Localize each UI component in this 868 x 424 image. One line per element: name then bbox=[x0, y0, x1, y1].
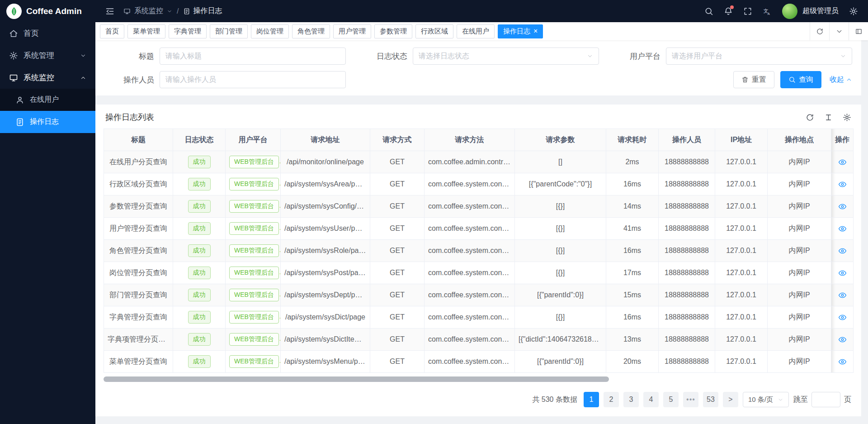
view-detail-icon[interactable] bbox=[838, 247, 847, 255]
filter-form: 标题 日志状态 请选择日志状态 用户平台 请选择用户平台 bbox=[104, 48, 852, 88]
table-row[interactable]: 部门管理分页查询 成功 WEB管理后台 /api/system/sysDept/… bbox=[104, 284, 854, 306]
table-header-cell[interactable]: 请求方法 bbox=[425, 129, 515, 151]
tabs-actions-dropdown[interactable] bbox=[829, 22, 849, 40]
tabs-refresh-button[interactable] bbox=[810, 22, 829, 40]
view-detail-icon[interactable] bbox=[838, 202, 847, 211]
sidebar-fold-icon[interactable] bbox=[105, 7, 114, 16]
sidebar-item-system-monitor[interactable]: 系统监控 bbox=[0, 67, 95, 89]
view-tab[interactable]: 操作日志 × bbox=[498, 24, 543, 38]
page-jump-input[interactable] bbox=[811, 392, 840, 407]
table-header-cell[interactable]: IP地址 bbox=[715, 129, 768, 151]
fullscreen-icon[interactable] bbox=[743, 7, 752, 16]
table-row[interactable]: 字典项管理分页查询 成功 WEB管理后台 /api/system/sysDict… bbox=[104, 329, 854, 351]
content-layout-button[interactable] bbox=[849, 22, 868, 40]
view-tab[interactable]: 用户管理 bbox=[333, 24, 371, 38]
page-button[interactable]: 53 bbox=[703, 392, 718, 407]
collapse-filter-link[interactable]: 收起 bbox=[830, 75, 852, 85]
table-row[interactable]: 行政区域分页查询 成功 WEB管理后台 /api/system/sysArea/… bbox=[104, 173, 854, 195]
cell-ip: 127.0.0.1 bbox=[715, 195, 768, 218]
table-header-cell[interactable]: 请求耗时 bbox=[606, 129, 659, 151]
reset-button[interactable]: 重置 bbox=[733, 71, 774, 88]
table-header-cell[interactable]: 操作地点 bbox=[768, 129, 831, 151]
home-icon bbox=[9, 29, 18, 38]
refresh-icon[interactable] bbox=[806, 113, 814, 122]
table-header-cell[interactable]: 操作人员 bbox=[659, 129, 715, 151]
column-settings-icon[interactable] bbox=[843, 113, 851, 122]
sidebar-item-home[interactable]: 首页 bbox=[0, 22, 95, 44]
table-header-cell[interactable]: 请求地址 bbox=[281, 129, 370, 151]
view-tab-label: 参数管理 bbox=[380, 27, 407, 36]
notification-dot bbox=[730, 5, 734, 9]
search-icon[interactable] bbox=[704, 7, 713, 16]
cell-location: 内网IP bbox=[768, 262, 831, 284]
view-tab[interactable]: 参数管理 bbox=[374, 24, 412, 38]
sidebar-item-system-mgmt[interactable]: 系统管理 bbox=[0, 44, 95, 67]
page-size-select[interactable]: 10 条/页 bbox=[743, 392, 789, 407]
view-tab[interactable]: 行政区域 bbox=[415, 24, 453, 38]
layout-icon bbox=[855, 28, 863, 35]
table-row[interactable]: 角色管理分页查询 成功 WEB管理后台 /api/system/sysRole/… bbox=[104, 240, 854, 262]
page-button[interactable]: 1 bbox=[584, 392, 599, 407]
view-detail-icon[interactable] bbox=[838, 313, 847, 322]
view-tab[interactable]: 首页 bbox=[100, 24, 124, 38]
view-detail-icon[interactable] bbox=[838, 180, 847, 189]
title-input[interactable] bbox=[160, 48, 346, 65]
translate-icon[interactable]: 文A bbox=[763, 7, 772, 16]
horizontal-scrollbar[interactable] bbox=[104, 376, 609, 382]
table-header-cell[interactable]: 标题 bbox=[104, 129, 173, 151]
view-tab[interactable]: 字典管理 bbox=[169, 24, 207, 38]
table-row[interactable]: 参数管理分页查询 成功 WEB管理后台 /api/system/sysConfi… bbox=[104, 195, 854, 218]
status-select[interactable]: 请选择日志状态 bbox=[413, 48, 599, 65]
page-button[interactable]: 5 bbox=[663, 392, 679, 407]
view-detail-icon[interactable] bbox=[838, 269, 847, 277]
table-row[interactable]: 用户管理分页查询 成功 WEB管理后台 /api/system/sysUser/… bbox=[104, 218, 854, 240]
page-button[interactable]: 3 bbox=[623, 392, 639, 407]
next-page-button[interactable]: > bbox=[723, 392, 738, 407]
table-row[interactable]: 在线用户分页查询 成功 WEB管理后台 /api/monitor/online/… bbox=[104, 151, 854, 173]
page-button[interactable]: ••• bbox=[683, 392, 698, 407]
view-detail-icon[interactable] bbox=[838, 291, 847, 300]
table-row[interactable]: 菜单管理分页查询 成功 WEB管理后台 /api/system/sysMenu/… bbox=[104, 351, 854, 373]
notifications-button[interactable] bbox=[724, 7, 733, 16]
cell-location: 内网IP bbox=[768, 173, 831, 195]
table-row[interactable]: 岗位管理分页查询 成功 WEB管理后台 /api/system/sysPost/… bbox=[104, 262, 854, 284]
page-button[interactable]: 4 bbox=[643, 392, 659, 407]
search-button[interactable]: 查询 bbox=[780, 71, 821, 88]
table-header-cell[interactable]: 日志状态 bbox=[173, 129, 226, 151]
table-header-cell[interactable]: 操作 bbox=[831, 129, 854, 151]
status-badge: 成功 bbox=[188, 222, 211, 235]
username[interactable]: 超级管理员 bbox=[802, 6, 839, 16]
operator-field-label: 操作人员 bbox=[104, 75, 154, 85]
view-tab[interactable]: 在线用户 bbox=[457, 24, 495, 38]
view-detail-icon[interactable] bbox=[838, 357, 847, 366]
view-detail-icon[interactable] bbox=[838, 335, 847, 344]
cell-params: [{"dictId":140647326180950... bbox=[515, 329, 606, 351]
table-row[interactable]: 字典管理分页查询 成功 WEB管理后台 /api/system/sysDict/… bbox=[104, 306, 854, 329]
view-tab[interactable]: 岗位管理 bbox=[251, 24, 289, 38]
tab-close-icon[interactable]: × bbox=[533, 28, 538, 35]
table-header-cell[interactable]: 请求参数 bbox=[515, 129, 606, 151]
cell-ip: 127.0.0.1 bbox=[715, 306, 768, 329]
sidebar-item-online-users[interactable]: 在线用户 bbox=[0, 89, 95, 111]
page-jump: 跳至 页 bbox=[793, 392, 851, 407]
row-height-icon[interactable] bbox=[824, 113, 833, 122]
view-tab[interactable]: 菜单管理 bbox=[127, 24, 165, 38]
view-tab[interactable]: 角色管理 bbox=[292, 24, 330, 38]
view-detail-icon[interactable] bbox=[838, 158, 847, 167]
table-header-cell[interactable]: 用户平台 bbox=[226, 129, 281, 151]
view-tab-label: 字典管理 bbox=[174, 27, 201, 36]
settings-gear-icon[interactable] bbox=[849, 7, 858, 16]
cell-duration: 16ms bbox=[606, 306, 659, 329]
cell-operator: 18888888888 bbox=[659, 240, 715, 262]
operator-input[interactable] bbox=[160, 71, 346, 88]
breadcrumb-section[interactable]: 系统监控 bbox=[134, 6, 163, 16]
view-detail-icon[interactable] bbox=[838, 224, 847, 233]
avatar[interactable] bbox=[782, 4, 797, 19]
page-button[interactable]: 2 bbox=[604, 392, 619, 407]
table-header-cell[interactable]: 请求方式 bbox=[370, 129, 425, 151]
view-tab-label: 操作日志 bbox=[503, 27, 530, 36]
platform-select[interactable]: 请选择用户平台 bbox=[666, 48, 852, 65]
sidebar-item-operation-log[interactable]: 操作日志 bbox=[0, 111, 95, 133]
view-tab[interactable]: 部门管理 bbox=[210, 24, 248, 38]
cell-function: com.coffee.system.controlle... bbox=[425, 351, 515, 373]
